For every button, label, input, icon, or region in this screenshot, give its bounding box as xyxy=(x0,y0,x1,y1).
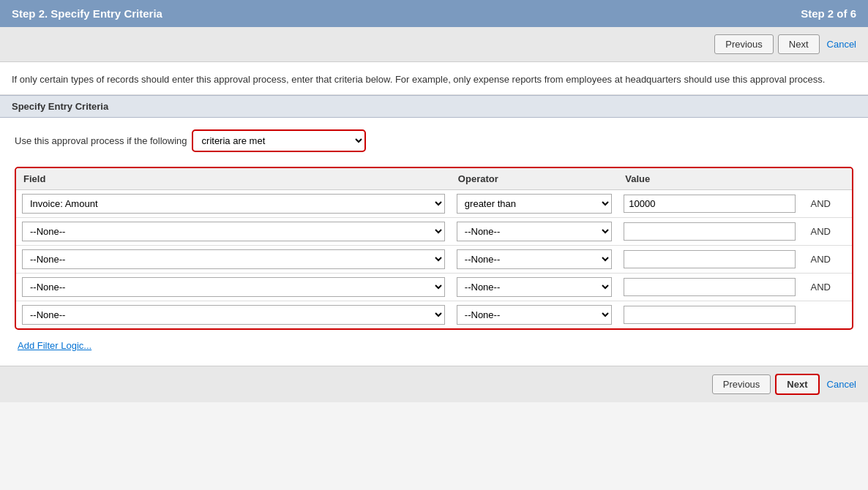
value-input-row-4[interactable] xyxy=(624,306,796,324)
field-select-row-0[interactable]: Invoice: Amount xyxy=(22,194,445,214)
table-row: --None----None-- xyxy=(16,301,852,328)
criteria-table: Field Operator Value Invoice: Amountgrea… xyxy=(16,168,852,328)
main-content: Use this approval process if the followi… xyxy=(0,118,868,366)
and-label-row-1: AND xyxy=(807,226,830,237)
col-header-operator: Operator xyxy=(451,168,618,190)
bottom-actions: Previous Next Cancel xyxy=(0,366,868,402)
col-header-value: Value xyxy=(618,168,801,190)
and-label-row-3: AND xyxy=(807,282,830,293)
section-title: Specify Entry Criteria xyxy=(0,95,868,118)
value-input-row-0[interactable] xyxy=(624,195,796,213)
top-previous-button[interactable]: Previous xyxy=(714,34,774,54)
value-input-row-1[interactable] xyxy=(624,222,796,241)
bottom-previous-button[interactable]: Previous xyxy=(712,374,771,394)
col-header-field: Field xyxy=(16,168,451,190)
top-cancel-link[interactable]: Cancel xyxy=(827,39,856,50)
criteria-table-wrapper: Field Operator Value Invoice: Amountgrea… xyxy=(15,167,853,330)
description-text: If only certain types of records should … xyxy=(12,74,825,85)
top-actions: Previous Next Cancel xyxy=(0,27,868,62)
page-title: Step 2. Specify Entry Criteria xyxy=(12,7,162,20)
criteria-type-label: Use this approval process if the followi… xyxy=(15,135,187,146)
operator-select-row-1[interactable]: --None-- xyxy=(457,222,612,241)
add-filter-row: Add Filter Logic... xyxy=(15,340,853,351)
operator-select-row-3[interactable]: --None-- xyxy=(457,277,612,297)
criteria-type-row: Use this approval process if the followi… xyxy=(15,129,853,152)
step-info: Step 2 of 6 xyxy=(801,7,856,20)
operator-select-row-4[interactable]: --None-- xyxy=(457,305,612,325)
and-label-row-2: AND xyxy=(807,254,830,265)
table-header-row: Field Operator Value xyxy=(16,168,852,190)
description-area: If only certain types of records should … xyxy=(0,62,868,95)
field-select-row-2[interactable]: --None-- xyxy=(22,249,445,269)
field-select-row-1[interactable]: --None-- xyxy=(22,222,445,241)
header-bar: Step 2. Specify Entry Criteria Step 2 of… xyxy=(0,0,868,27)
table-row: Invoice: Amountgreater thanAND xyxy=(16,189,852,217)
bottom-cancel-link[interactable]: Cancel xyxy=(827,379,856,390)
field-select-row-3[interactable]: --None-- xyxy=(22,277,445,297)
and-label-row-0: AND xyxy=(807,198,830,209)
operator-select-row-2[interactable]: --None-- xyxy=(457,249,612,269)
value-input-row-2[interactable] xyxy=(624,250,796,268)
and-label-row-4 xyxy=(807,309,810,320)
operator-select-row-0[interactable]: greater than xyxy=(457,194,612,214)
value-input-row-3[interactable] xyxy=(624,278,796,296)
field-select-row-4[interactable]: --None-- xyxy=(22,305,445,325)
col-header-and xyxy=(801,168,852,190)
criteria-type-select[interactable]: criteria are met formula evaluates to tr… xyxy=(192,129,366,152)
bottom-next-button[interactable]: Next xyxy=(775,374,819,395)
table-row: --None----None--AND xyxy=(16,217,852,245)
add-filter-logic-link[interactable]: Add Filter Logic... xyxy=(18,340,91,351)
top-next-button[interactable]: Next xyxy=(778,34,820,54)
table-row: --None----None--AND xyxy=(16,245,852,273)
table-row: --None----None--AND xyxy=(16,273,852,301)
